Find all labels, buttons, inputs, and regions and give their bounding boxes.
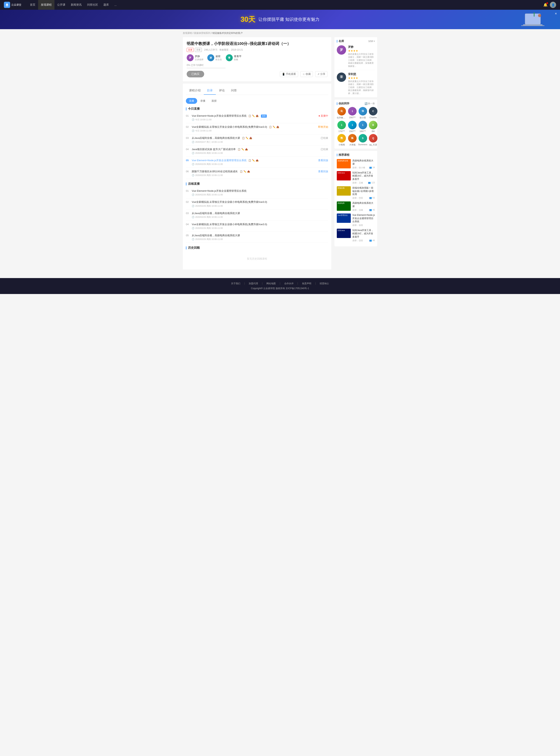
sub-tab-面授[interactable]: 面授 (208, 98, 220, 104)
lesson-status-ended: 已结束 (319, 136, 328, 140)
student-item[interactable]: 张 张小田 (358, 107, 367, 119)
rec-title: 高级电商全线系统大课 (352, 159, 375, 166)
student-item[interactable]: 化 化学教书... (337, 107, 346, 119)
teachers-nav[interactable]: 1/10 > (368, 40, 375, 43)
lesson-time: 🕐 2020/02/26 周四 10:00-11:00 (192, 174, 316, 177)
lesson-icon[interactable]: ✏️ (252, 159, 255, 162)
future-lesson-time-text: 2020/02/26 周四 10:00-11:00 (195, 216, 223, 219)
lesson-status-live: 直播中 (317, 114, 328, 118)
lesson-icon[interactable]: 📤 (276, 125, 279, 129)
collect-button[interactable]: ☆ 收藏 (300, 71, 313, 77)
breadcrumb-link-series[interactable]: 新媒体营销系列 (194, 32, 211, 35)
notification-bell[interactable]: 🔔 (543, 3, 547, 7)
lesson-icon[interactable]: ✏️ (252, 114, 255, 118)
lesson-icon[interactable]: ✏️ (273, 125, 276, 129)
history-empty: 暂无历史回顾课程 (186, 251, 328, 266)
nav-link-3[interactable]: 新闻资讯 (68, 0, 84, 10)
recommended-item[interactable]: 玩转Java 玩转Java开发工具，精通JUC，成为开发多面手 讲师：岱田 👥 … (337, 229, 375, 242)
buy-button[interactable]: 已购买 (187, 71, 204, 77)
teachers-nav-text[interactable]: 1/10 > (368, 40, 375, 43)
swap-button[interactable]: 🔄 换一换 (365, 102, 375, 105)
tab-课程介绍[interactable]: 课程介绍 (186, 87, 204, 95)
footer-link-5[interactable]: 招贤纳士 (320, 282, 329, 285)
footer-link-2[interactable]: 网站地图 (266, 282, 276, 285)
nav-link-1[interactable]: 发现课程 (38, 0, 55, 10)
clock-icon: 🕐 (192, 118, 195, 121)
lesson-icon[interactable]: ✏️ (241, 148, 244, 151)
future-lesson-info: 从Java后端到全栈，高级电商全栈系统大课 🕐 2020/02/26 周四 10… (192, 212, 328, 219)
lesson-status-replay[interactable]: 查看回放 (316, 170, 328, 173)
breadcrumb-link-discover[interactable]: 发现课程 (183, 32, 192, 35)
recommended-item[interactable]: 玩转Java 玩转Java开发工具，精通JUC，成为开发多面手 讲师：王峰 👥 … (337, 171, 375, 184)
lesson-icon[interactable]: ✏️ (245, 137, 248, 140)
footer-divider-0: | (244, 282, 245, 285)
lesson-icon[interactable]: 📤 (256, 159, 259, 162)
lesson-icon[interactable]: 📤 (247, 170, 250, 173)
lesson-icon[interactable]: 📋 (248, 114, 251, 118)
lesson-icon[interactable]: 📤 (256, 114, 259, 118)
footer-link-4[interactable]: 免责声明 (302, 282, 311, 285)
progress-bar (187, 68, 225, 68)
student-item[interactable]: Q qq_天涯 (369, 134, 377, 146)
nav-link-0[interactable]: 首页 (27, 0, 38, 10)
student-item[interactable]: 1 1567** (348, 121, 357, 133)
student-item[interactable]: 狐 大笨狐 (348, 134, 357, 146)
lesson-info: Vue Element+Node.js开发企业通用管理后台系统 📋✏️📤 🕐 2… (192, 159, 316, 166)
share-button[interactable]: ↗ 分享 (315, 71, 327, 77)
recommended-item[interactable]: 高级电商 高级电商全线系统大课 讲师：冷峰 👥 46 (337, 201, 375, 212)
recommended-item[interactable]: Vue管理后台 Vue Element+Node.js开发企业通用管理后台系统 … (337, 214, 375, 227)
lesson-icon[interactable]: 📋 (248, 159, 251, 162)
sub-tab-直播[interactable]: 直播 (186, 98, 197, 104)
student-item[interactable]: S Summers (358, 134, 367, 146)
footer-link-3[interactable]: 合作伙伴 (284, 282, 294, 285)
student-item[interactable]: B Bill (369, 121, 377, 133)
footer-link-1[interactable]: 加盟代理 (249, 282, 258, 285)
user-avatar[interactable]: 👤 (550, 2, 556, 8)
nav-link-4[interactable]: 问答社区 (84, 0, 101, 10)
logo[interactable]: 云朵课堂 (4, 2, 21, 8)
recommended-item[interactable]: 前端全栈 前端全栈加强版！前端全栈+全周期+多维应用 讲师：岱田 👥 56 (337, 186, 375, 199)
nav-link-5[interactable]: 题库 (101, 0, 112, 10)
lesson-icon[interactable]: 📋 (240, 170, 243, 173)
lesson-icon[interactable]: 📋 (269, 125, 272, 129)
lesson-status-replay[interactable]: 查看回放 (316, 159, 328, 162)
tab-评论[interactable]: 评论 (216, 87, 228, 95)
banner-close-button[interactable]: × (555, 12, 557, 16)
recommended-item[interactable]: 高级电商全线 高级电商全线系统大课 讲师：张小锋 👥 34 (337, 159, 375, 169)
student-item[interactable]: 1 1567** (348, 107, 357, 119)
lesson-icon[interactable]: 📋 (238, 148, 241, 151)
lesson-title-text: Vue Element+Node.js开发企业通用管理后台系统 📋✏️📤 资料 (192, 114, 317, 118)
tab-问答[interactable]: 问答 (228, 87, 240, 95)
lesson-icon[interactable]: ✏️ (243, 170, 246, 173)
lesson-icon[interactable]: 📤 (245, 148, 248, 151)
student-initials: Q (372, 137, 374, 140)
nav-link-2[interactable]: 公开课 (55, 0, 68, 10)
rec-thumb-text: 高级电商 (337, 201, 351, 205)
logo-text: 云朵课堂 (11, 3, 21, 7)
student-item[interactable]: 1 1767** (337, 121, 346, 133)
sub-tab-bar: 直播录播面授 (186, 98, 328, 104)
tab-目录[interactable]: 目录 (204, 87, 216, 95)
future-lesson-item: 02 Vue全家桶实战 从零独立开发企业级小米电商系统(免费升级Vue3.0) … (186, 198, 328, 210)
recommended-title-text: 推荐课程 (339, 153, 349, 157)
lesson-icon[interactable]: 📋 (242, 137, 245, 140)
student-avatar: S (359, 134, 367, 142)
future-clock-icon: 🕐 (192, 205, 195, 207)
student-item[interactable]: 熊 小熊熊 (337, 134, 346, 146)
banner-highlight: 30天 (241, 15, 255, 24)
lesson-item: 05 Vue Element+Node.js开发企业通用管理后台系统 📋✏️📤 … (186, 157, 328, 168)
future-clock-icon: 🕐 (192, 227, 195, 230)
rec-info: 高级电商全线系统大课 讲师：冷峰 👥 46 (352, 201, 375, 212)
mobile-watch-button[interactable]: 📱 手机观看 (280, 71, 298, 77)
student-initials: 1 (352, 124, 353, 126)
sub-tab-录播[interactable]: 录播 (197, 98, 208, 104)
student-initials: S (362, 137, 364, 140)
footer-link-0[interactable]: 关于我们 (231, 282, 240, 285)
student-item[interactable]: 1 1867** (358, 121, 367, 133)
nav-link-6[interactable]: ... (112, 0, 119, 10)
lesson-icon[interactable]: 📤 (249, 137, 252, 140)
lesson-info: 跟随千万级项目从0到100全过程高效成长 📋✏️📤 🕐 2020/02/26 周… (192, 170, 316, 177)
student-item[interactable]: C Charles (369, 107, 377, 119)
student-initials: 张 (362, 110, 364, 113)
today-live-list: 01 Vue Element+Node.js开发企业通用管理后台系统 📋✏️📤 … (186, 112, 328, 179)
